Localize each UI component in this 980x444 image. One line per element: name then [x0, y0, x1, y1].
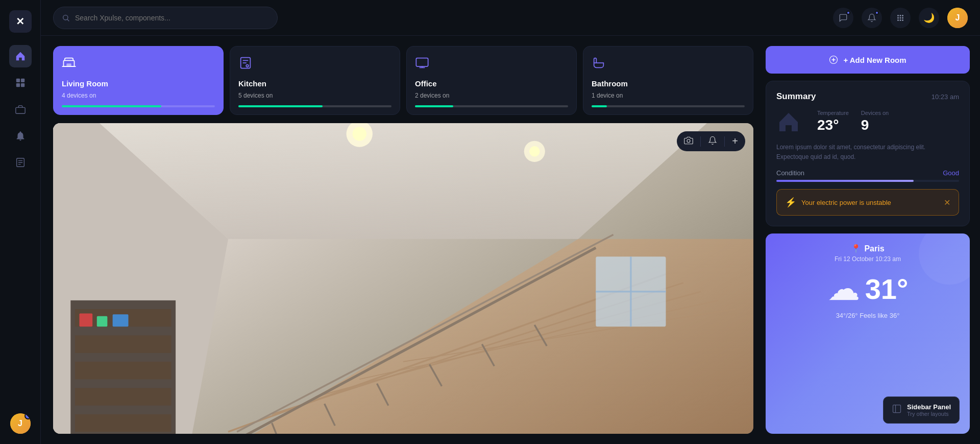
location-pin-icon: 📍 — [851, 244, 861, 253]
svg-rect-1 — [20, 79, 24, 82]
camera-button[interactable] — [684, 136, 693, 147]
notification-button[interactable] — [708, 136, 717, 147]
sidebar-logo[interactable]: ✕ — [9, 10, 32, 33]
sidebar-panel-title: Sidebar Panel — [907, 403, 951, 411]
room-card-office[interactable]: Office 2 devices on — [406, 46, 577, 115]
chat-notification-dot — [846, 11, 850, 15]
add-button[interactable]: + — [732, 135, 738, 147]
alert-close-button[interactable]: ✕ — [944, 198, 950, 207]
svg-rect-2 — [16, 83, 19, 87]
svg-rect-60 — [893, 405, 901, 413]
lightning-icon: ⚡ — [785, 197, 796, 208]
condition-bar — [776, 180, 959, 182]
condition-label: Condition — [776, 169, 804, 177]
living-room-progress-bar — [62, 105, 215, 107]
svg-rect-51 — [75, 388, 172, 405]
content-area: Living Room 4 devices on — [41, 36, 980, 444]
bathroom-devices: 1 device on — [592, 92, 745, 99]
devices-label: Devices on — [861, 110, 889, 116]
svg-rect-50 — [75, 362, 172, 379]
svg-point-18 — [902, 19, 903, 21]
living-room-icon — [62, 56, 215, 73]
condition-row: Condition Good — [776, 169, 959, 177]
right-panel: + Add New Room Summary 10:23 am Temperat… — [766, 36, 980, 444]
weather-card: 📍 Paris Fri 12 October 10:23 am ☁ 31° 34… — [766, 233, 970, 434]
summary-stats: Temperature 23° Devices on 9 — [776, 110, 959, 134]
living-room-name: Living Room — [62, 79, 215, 88]
temperature-value: 23° — [817, 117, 849, 133]
svg-point-13 — [897, 17, 899, 18]
power-alert: ⚡ Your electric power is unstable ✕ — [776, 189, 959, 216]
living-room-devices: 4 devices on — [62, 92, 215, 99]
svg-point-10 — [897, 15, 899, 16]
svg-rect-53 — [79, 314, 92, 327]
room-card-bathroom[interactable]: Bathroom 1 device on — [583, 46, 753, 115]
controls-divider-2 — [724, 136, 725, 147]
search-bar[interactable] — [53, 7, 278, 29]
living-room-progress-fill — [62, 105, 161, 107]
kitchen-devices: 5 devices on — [238, 92, 391, 99]
controls-divider — [700, 136, 701, 147]
sidebar-item-notifications[interactable] — [9, 125, 32, 147]
chat-icon-button[interactable] — [833, 8, 853, 28]
theme-toggle-button[interactable]: 🌙 — [919, 8, 939, 28]
summary-title: Summary — [776, 91, 816, 102]
office-devices: 2 devices on — [415, 92, 568, 99]
svg-point-16 — [897, 19, 899, 21]
svg-rect-49 — [75, 335, 172, 353]
svg-rect-3 — [20, 83, 24, 87]
sidebar-item-grid[interactable] — [9, 72, 32, 94]
bathroom-progress-fill — [592, 105, 607, 107]
svg-point-15 — [902, 17, 903, 18]
weather-sub-info: 34°/26° Feels like 36° — [776, 312, 960, 319]
room-card-living-room[interactable]: Living Room 4 devices on — [53, 46, 224, 115]
devices-stat: Devices on 9 — [861, 110, 889, 133]
cloud-icon: ☁ — [827, 270, 860, 308]
office-progress-bar — [415, 105, 568, 107]
temperature-label: Temperature — [817, 110, 849, 116]
weather-date: Fri 12 October 10:23 am — [776, 255, 960, 263]
sidebar-user-avatar[interactable]: J — [10, 413, 31, 434]
svg-rect-54 — [97, 316, 108, 327]
kitchen-progress-fill — [238, 105, 323, 107]
sidebar-panel-icon — [892, 404, 902, 416]
summary-header: Summary 10:23 am — [776, 91, 959, 102]
svg-point-41 — [353, 127, 366, 141]
sidebar-item-notes[interactable] — [9, 151, 32, 174]
header: 🌙 J — [41, 0, 980, 36]
image-controls: + — [677, 131, 745, 151]
sidebar-panel-tooltip[interactable]: Sidebar Panel Try other layouts — [883, 396, 960, 424]
bell-icon-button[interactable] — [862, 8, 882, 28]
svg-rect-22 — [416, 58, 428, 66]
svg-point-11 — [900, 15, 901, 16]
sidebar-item-dashboard[interactable] — [9, 45, 32, 67]
sidebar: ✕ J — [0, 0, 41, 444]
apps-grid-button[interactable] — [890, 8, 911, 28]
weather-location: 📍 Paris — [776, 244, 960, 253]
left-panel: Living Room 4 devices on — [41, 36, 766, 444]
svg-rect-55 — [113, 314, 129, 326]
alert-text: Your electric power is unstable — [801, 199, 891, 206]
svg-point-56 — [687, 139, 690, 142]
svg-rect-19 — [66, 63, 71, 66]
bathroom-progress-bar — [592, 105, 745, 107]
summary-description: Lorem ipsum dolor sit amet, consectetur … — [776, 143, 959, 162]
office-name: Office — [415, 79, 568, 88]
room-photo — [53, 123, 753, 434]
room-card-kitchen[interactable]: Kitchen 5 devices on — [230, 46, 400, 115]
temperature-stat: Temperature 23° — [817, 110, 849, 133]
condition-fill — [776, 180, 914, 182]
header-right: 🌙 J — [833, 8, 968, 28]
svg-point-12 — [902, 15, 903, 16]
office-icon — [415, 56, 568, 73]
search-input[interactable] — [75, 14, 269, 22]
add-new-room-button[interactable]: + Add New Room — [766, 46, 970, 74]
home-icon-container — [776, 110, 801, 134]
sidebar-item-briefcase[interactable] — [9, 98, 32, 121]
devices-value: 9 — [861, 117, 889, 133]
weather-temperature: 31° — [865, 272, 909, 306]
bell-notification-dot — [875, 11, 879, 15]
svg-point-17 — [900, 19, 901, 21]
header-user-avatar[interactable]: J — [947, 8, 968, 28]
summary-card: Summary 10:23 am Temperature 23° Device — [766, 81, 970, 226]
